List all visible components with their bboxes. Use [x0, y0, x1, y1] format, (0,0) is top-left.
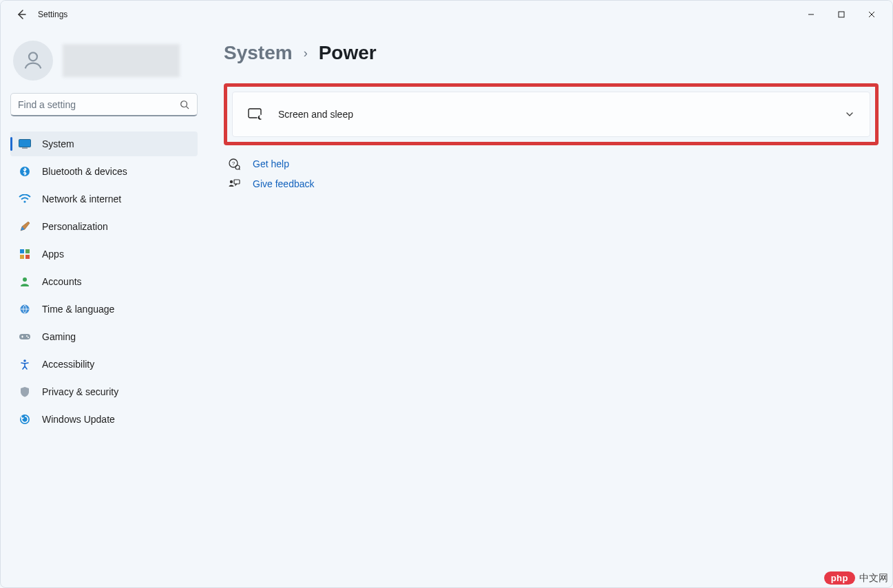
- nav-item-personalization[interactable]: Personalization: [10, 214, 198, 239]
- close-icon: [868, 11, 875, 18]
- minimize-button[interactable]: [796, 3, 826, 25]
- accessibility-icon: [19, 358, 31, 370]
- nav-label: Personalization: [42, 221, 108, 232]
- setting-label: Screen and sleep: [278, 109, 353, 120]
- page-title: Power: [319, 42, 377, 64]
- back-button[interactable]: [13, 6, 30, 23]
- nav-list: System Bluetooth & devices Network & int…: [10, 132, 198, 432]
- arrow-left-icon: [16, 9, 27, 20]
- watermark-pill: php: [824, 571, 855, 585]
- paintbrush-icon: [19, 220, 31, 233]
- help-links: ? Get help Give feedback: [224, 158, 879, 189]
- nav-label: Time & language: [42, 304, 114, 315]
- watermark: php 中文网: [824, 571, 888, 585]
- svg-rect-7: [20, 249, 24, 253]
- maximize-button[interactable]: [826, 3, 857, 25]
- svg-point-1: [29, 52, 37, 61]
- svg-rect-10: [25, 255, 30, 259]
- svg-text:?: ?: [232, 160, 235, 167]
- get-help-row[interactable]: ? Get help: [228, 158, 879, 170]
- nav-item-time[interactable]: Time & language: [10, 297, 198, 322]
- nav-item-accessibility[interactable]: Accessibility: [10, 352, 198, 377]
- person-icon: [21, 49, 45, 72]
- screen-sleep-icon: [248, 108, 263, 120]
- nav-item-update[interactable]: Windows Update: [10, 407, 198, 432]
- maximize-icon: [838, 11, 845, 18]
- nav-label: Network & internet: [42, 193, 121, 204]
- shield-icon: [19, 386, 31, 398]
- nav-label: Accessibility: [42, 359, 94, 370]
- svg-rect-3: [19, 140, 31, 147]
- user-name-redacted: [63, 44, 180, 77]
- get-help-link[interactable]: Get help: [253, 158, 289, 169]
- svg-rect-0: [839, 12, 844, 17]
- svg-point-14: [26, 335, 28, 337]
- chevron-right-icon: ›: [304, 46, 308, 61]
- give-feedback-row[interactable]: Give feedback: [228, 178, 879, 189]
- nav-label: Gaming: [42, 331, 76, 342]
- svg-point-15: [28, 337, 29, 338]
- nav-label: System: [42, 138, 74, 149]
- nav-item-system[interactable]: System: [10, 132, 198, 156]
- screen-and-sleep-row[interactable]: Screen and sleep: [232, 92, 870, 137]
- svg-point-2: [181, 101, 187, 107]
- svg-point-11: [23, 277, 27, 282]
- nav-label: Windows Update: [42, 414, 115, 425]
- svg-rect-8: [25, 249, 30, 253]
- apps-icon: [19, 248, 31, 260]
- svg-rect-9: [20, 255, 24, 259]
- window-title: Settings: [38, 10, 67, 19]
- wifi-icon: [19, 193, 31, 205]
- search-field[interactable]: [10, 93, 198, 116]
- svg-point-16: [23, 359, 26, 362]
- highlight-box: Screen and sleep: [224, 83, 879, 145]
- chevron-down-icon: [845, 109, 854, 119]
- nav-item-network[interactable]: Network & internet: [10, 187, 198, 211]
- breadcrumb-parent[interactable]: System: [224, 42, 293, 64]
- sidebar: System Bluetooth & devices Network & int…: [1, 28, 207, 587]
- watermark-text: 中文网: [859, 572, 888, 585]
- give-feedback-link[interactable]: Give feedback: [253, 178, 315, 189]
- title-bar: Settings: [1, 1, 892, 28]
- nav-item-bluetooth[interactable]: Bluetooth & devices: [10, 159, 198, 184]
- nav-item-apps[interactable]: Apps: [10, 242, 198, 266]
- svg-point-23: [230, 180, 233, 183]
- nav-label: Apps: [42, 249, 64, 260]
- nav-item-gaming[interactable]: Gaming: [10, 324, 198, 349]
- svg-rect-4: [22, 148, 28, 149]
- globe-clock-icon: [19, 303, 31, 315]
- gamepad-icon: [19, 330, 31, 343]
- window-controls: [796, 3, 887, 25]
- nav-label: Bluetooth & devices: [42, 166, 127, 177]
- search-icon: [180, 100, 189, 109]
- breadcrumb: System › Power: [224, 42, 879, 64]
- feedback-icon: [228, 178, 240, 189]
- nav-item-accounts[interactable]: Accounts: [10, 269, 198, 294]
- svg-rect-24: [234, 180, 240, 184]
- nav-item-privacy[interactable]: Privacy & security: [10, 379, 198, 404]
- display-icon: [19, 138, 31, 150]
- svg-rect-13: [19, 334, 30, 339]
- nav-label: Privacy & security: [42, 386, 118, 397]
- avatar: [13, 41, 53, 81]
- nav-label: Accounts: [42, 276, 82, 287]
- svg-point-6: [23, 200, 25, 202]
- bluetooth-icon: [19, 165, 31, 178]
- update-icon: [19, 413, 31, 426]
- main-content: System › Power Screen and sleep ?: [207, 28, 892, 587]
- minimize-icon: [808, 11, 815, 18]
- account-icon: [19, 275, 31, 288]
- search-input[interactable]: [10, 93, 198, 116]
- help-icon: ?: [228, 158, 240, 170]
- close-button[interactable]: [857, 3, 887, 25]
- user-block[interactable]: [10, 38, 198, 93]
